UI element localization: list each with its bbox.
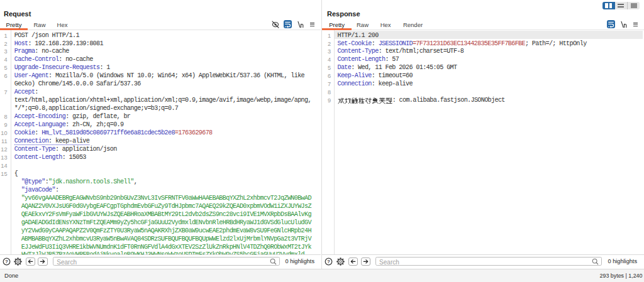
svg-text:?: ? [5, 259, 8, 264]
svg-text:?: ? [327, 259, 330, 264]
